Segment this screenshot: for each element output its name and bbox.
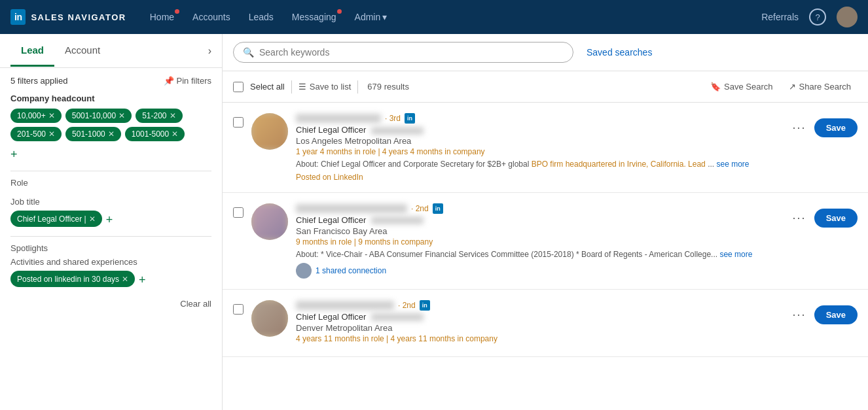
avatar <box>251 300 288 337</box>
pin-icon: 📌 <box>164 76 174 86</box>
share-search-button[interactable]: ↗ Share Search <box>782 78 858 95</box>
activities-tags: Posted on linkedin in 30 days ✕ + <box>10 271 211 287</box>
result-info-2: · 2nd in Chief Legal Officer San Francis… <box>296 203 782 279</box>
remove-tag-icon[interactable]: ✕ <box>48 111 55 120</box>
result-title: Chief Legal Officer <box>296 312 782 322</box>
headcount-tag-51[interactable]: 51-200 ✕ <box>136 109 182 123</box>
headcount-tag-5001[interactable]: 5001-10,000 ✕ <box>65 109 132 123</box>
result-about: About: Chief Legal Officer and Corporate… <box>296 159 782 170</box>
select-all-button[interactable]: Select all <box>250 82 285 92</box>
job-title-label: Job title <box>10 197 211 207</box>
result-about: About: * Vice-Chair - ABA Consumer Finan… <box>296 249 782 260</box>
avatar <box>251 113 288 150</box>
result-location: Denver Metropolitan Area <box>296 323 782 333</box>
toolbar-right: 🔖 Save Search ↗ Share Search <box>704 78 858 95</box>
search-input[interactable] <box>259 47 564 58</box>
messaging-notification-dot <box>337 9 342 14</box>
activity-tag-posted[interactable]: Posted on linkedin in 30 days ✕ <box>10 271 135 287</box>
top-navigation: in SALES NAVIGATOR Home Accounts Leads M… <box>0 0 868 34</box>
result-tenure: 1 year 4 months in role | 4 years 4 mont… <box>296 147 782 156</box>
activities-label: Activities and shared experiences <box>10 257 211 267</box>
filter-header: 5 filters applied 📌 Pin filters <box>10 76 211 86</box>
degree-badge: · 2nd <box>411 204 429 213</box>
result-checkbox-1[interactable] <box>233 117 244 128</box>
result-name-row: · 2nd in <box>296 203 782 214</box>
headcount-tag-10000[interactable]: 10,000+ ✕ <box>10 109 62 123</box>
save-button[interactable]: Save <box>814 118 858 137</box>
avatar[interactable] <box>837 7 858 27</box>
result-actions-3: ··· Save <box>790 305 858 324</box>
clear-all-button[interactable]: Clear all <box>10 296 211 314</box>
list-icon: ☰ <box>298 82 306 92</box>
result-name-blurred <box>296 204 407 213</box>
remove-tag-icon[interactable]: ✕ <box>170 111 176 120</box>
result-tenure: 9 months in role | 9 months in company <box>296 237 782 247</box>
results-count: 679 results <box>367 82 409 92</box>
toolbar: Select all ☰ Save to list 679 results 🔖 … <box>223 71 868 103</box>
remove-tag-icon[interactable]: ✕ <box>48 129 55 139</box>
result-checkbox-2[interactable] <box>233 207 244 218</box>
more-options-button[interactable]: ··· <box>790 305 809 324</box>
main-layout: Lead Account › 5 filters applied 📌 Pin f… <box>0 34 868 410</box>
bookmark-icon: 🔖 <box>710 82 721 92</box>
tab-chevron-icon[interactable]: › <box>208 45 211 57</box>
remove-tag-icon[interactable]: ✕ <box>172 129 178 139</box>
filters-applied-count: 5 filters applied <box>10 76 67 86</box>
chevron-down-icon: ▾ <box>382 12 387 22</box>
save-button[interactable]: Save <box>814 305 858 324</box>
shared-connection: 1 shared connection <box>296 263 782 279</box>
result-meta[interactable]: Posted on LinkedIn <box>296 173 782 182</box>
remove-tag-icon[interactable]: ✕ <box>122 275 128 284</box>
see-more-link[interactable]: see more <box>719 250 752 259</box>
see-more-link[interactable]: see more <box>716 160 749 169</box>
nav-leads[interactable]: Leads <box>241 8 281 26</box>
headcount-tag-1001[interactable]: 1001-5000 ✕ <box>125 127 185 141</box>
linkedin-icon: in <box>433 203 443 214</box>
saved-searches-button[interactable]: Saved searches <box>587 47 652 58</box>
result-info-3: · 2nd in Chief Legal Officer Denver Metr… <box>296 300 782 346</box>
degree-badge: · 3rd <box>385 114 401 123</box>
select-all-checkbox[interactable] <box>233 82 244 92</box>
linkedin-logo[interactable]: in <box>10 9 26 25</box>
search-box[interactable]: 🔍 <box>233 42 573 63</box>
tab-account[interactable]: Account <box>54 35 111 67</box>
nav-referrals[interactable]: Referrals <box>761 12 799 22</box>
add-headcount-button[interactable]: + <box>10 148 18 162</box>
result-tenure: 4 years 11 months in role | 4 years 11 m… <box>296 334 782 343</box>
avatar <box>251 203 288 240</box>
result-actions-2: ··· Save <box>790 209 858 228</box>
save-button[interactable]: Save <box>814 209 858 228</box>
save-to-list-button[interactable]: ☰ Save to list <box>298 82 352 92</box>
nav-help-button[interactable]: ? <box>809 9 826 26</box>
tab-lead[interactable]: Lead <box>10 35 54 67</box>
more-options-button[interactable]: ··· <box>790 209 809 228</box>
headcount-tag-501[interactable]: 501-1000 ✕ <box>65 127 121 141</box>
result-name-blurred <box>296 301 394 310</box>
nav-home[interactable]: Home <box>142 8 182 26</box>
app-brand: SALES NAVIGATOR <box>31 12 126 22</box>
toolbar-divider <box>291 80 292 94</box>
degree-badge: · 2nd <box>398 301 416 310</box>
job-title-tag-clo[interactable]: Chief Legal Officer | ✕ <box>10 211 102 227</box>
more-options-button[interactable]: ··· <box>790 118 809 137</box>
remove-tag-icon[interactable]: ✕ <box>89 214 96 224</box>
result-checkbox-3[interactable] <box>233 304 244 315</box>
remove-tag-icon[interactable]: ✕ <box>118 111 125 120</box>
company-blurred <box>371 127 424 135</box>
nav-admin[interactable]: Admin ▾ <box>347 8 395 26</box>
save-search-button[interactable]: 🔖 Save Search <box>704 78 779 95</box>
nav-messaging[interactable]: Messaging <box>284 8 344 26</box>
add-job-title-button[interactable]: + <box>106 213 113 227</box>
search-bar-row: 🔍 Saved searches <box>223 34 868 71</box>
add-activity-button[interactable]: + <box>139 273 146 287</box>
nav-accounts[interactable]: Accounts <box>185 8 238 26</box>
result-actions-1: ··· Save <box>790 118 858 137</box>
headcount-tag-201[interactable]: 201-500 ✕ <box>10 127 62 141</box>
job-title-tags: Chief Legal Officer | ✕ + <box>10 211 211 227</box>
shared-connection-link[interactable]: 1 shared connection <box>316 266 386 275</box>
remove-tag-icon[interactable]: ✕ <box>108 129 115 139</box>
table-row: · 2nd in Chief Legal Officer San Francis… <box>223 193 868 290</box>
headcount-tags: 10,000+ ✕ 5001-10,000 ✕ 51-200 ✕ 201-500… <box>10 109 211 141</box>
table-row: · 3rd in Chief Legal Officer Los Angeles… <box>223 103 868 193</box>
pin-filters-button[interactable]: 📌 Pin filters <box>164 76 211 86</box>
